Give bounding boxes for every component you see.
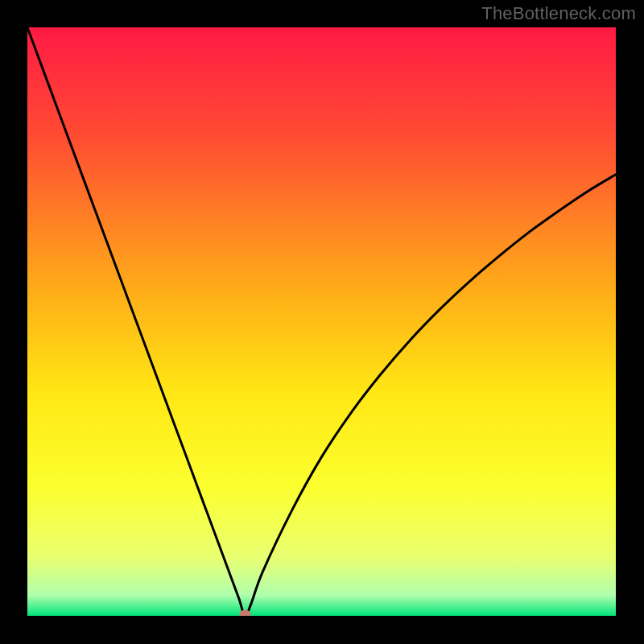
gradient-background: [27, 27, 616, 616]
bottleneck-chart: [27, 27, 616, 616]
attribution-label: TheBottleneck.com: [481, 3, 636, 24]
plot-area: [27, 27, 616, 616]
chart-container: TheBottleneck.com: [0, 0, 644, 644]
